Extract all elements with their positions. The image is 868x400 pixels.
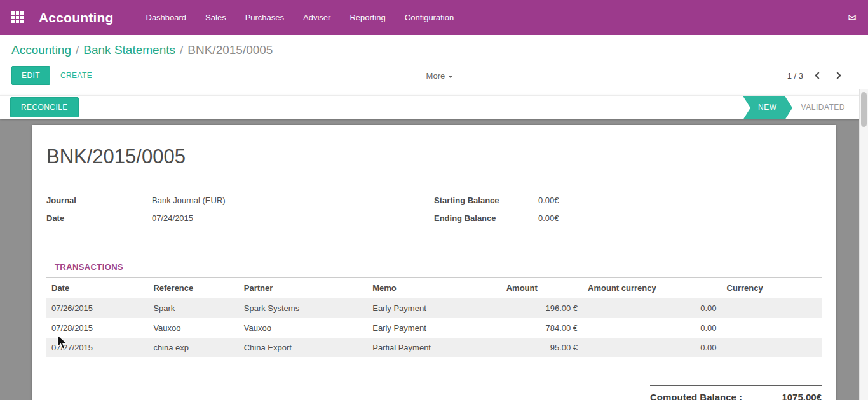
cell-date: 07/26/2015 <box>46 298 148 319</box>
create-button[interactable]: CREATE <box>60 71 92 80</box>
cell-currency <box>722 318 822 338</box>
caret-down-icon <box>448 76 453 78</box>
breadcrumb: Accounting/Bank Statements/BNK/2015/0005 <box>0 35 868 60</box>
col-currency: Currency <box>722 278 822 298</box>
date-value: 07/24/2015 <box>152 213 193 224</box>
status-steps: NEW VALIDATED <box>743 96 851 119</box>
apps-grid-icon[interactable] <box>11 11 24 23</box>
starting-balance-label: Starting Balance <box>434 195 538 206</box>
breadcrumb-separator: / <box>175 43 187 57</box>
col-reference: Reference <box>148 278 238 298</box>
cell-amount: 196.00 € <box>501 298 583 319</box>
more-dropdown[interactable]: More <box>426 71 454 81</box>
messages-envelope-icon[interactable]: ✉ <box>848 13 857 23</box>
journal-label: Journal <box>46 195 152 206</box>
field-ending-balance: Ending Balance 0.00€ <box>434 213 822 224</box>
field-starting-balance: Starting Balance 0.00€ <box>434 195 822 206</box>
pager-count[interactable]: 1 / 3 <box>787 71 803 81</box>
computed-balance-value: 1075.00€ <box>782 392 822 400</box>
journal-value: Bank Journal (EUR) <box>152 195 226 206</box>
statement-line-row[interactable]: 07/28/2015 Vauxoo Vauxoo Early Payment 7… <box>46 318 822 338</box>
more-dropdown-wrap: More <box>92 70 787 81</box>
edit-button[interactable]: EDIT <box>11 66 50 85</box>
field-date: Date 07/24/2015 <box>46 213 434 224</box>
computed-balance: Computed Balance : 1075.00€ <box>650 385 822 400</box>
pager-next-icon[interactable] <box>834 72 841 79</box>
statusbar: RECONCILE NEW VALIDATED <box>0 95 868 119</box>
status-step-new[interactable]: NEW <box>743 96 785 119</box>
cell-amount: 784.00 € <box>501 318 583 338</box>
menu-configuration[interactable]: Configuration <box>395 13 463 22</box>
menu-adviser[interactable]: Adviser <box>294 13 340 22</box>
cell-amount-currency: 0.00 <box>583 318 722 338</box>
breadcrumb-separator: / <box>71 43 83 57</box>
field-group-right: Starting Balance 0.00€ Ending Balance 0.… <box>434 195 822 230</box>
cell-memo: Early Payment <box>367 298 501 319</box>
transactions-section-header: TRANSACTIONS <box>46 261 822 278</box>
breadcrumb-current-record: BNK/2015/0005 <box>187 43 273 57</box>
statement-line-row[interactable]: 07/27/2015 china exp China Export Partia… <box>46 338 822 357</box>
app-title[interactable]: Accounting <box>39 10 114 25</box>
cell-date: 07/27/2015 <box>46 338 148 357</box>
cell-partner: China Export <box>239 338 367 357</box>
col-partner: Partner <box>239 278 367 298</box>
status-step-validated[interactable]: VALIDATED <box>785 96 851 119</box>
field-journal: Journal Bank Journal (EUR) <box>46 195 434 206</box>
form-sheet: BNK/2015/0005 Journal Bank Journal (EUR)… <box>32 125 836 400</box>
cell-partner: Spark Systems <box>239 298 367 319</box>
form-toolbar: EDIT CREATE More 1 / 3 <box>0 60 868 95</box>
cell-currency <box>722 298 822 319</box>
cell-partner: Vauxoo <box>239 318 367 338</box>
ending-balance-label: Ending Balance <box>434 213 538 224</box>
breadcrumb-bank-statements[interactable]: Bank Statements <box>83 43 175 57</box>
cell-date: 07/28/2015 <box>46 318 148 338</box>
cell-reference: Vauxoo <box>148 318 238 338</box>
form-view-backdrop: BNK/2015/0005 Journal Bank Journal (EUR)… <box>0 119 868 400</box>
more-label: More <box>426 71 445 81</box>
top-navbar: Accounting Dashboard Sales Purchases Adv… <box>0 0 868 35</box>
computed-balance-label: Computed Balance : <box>650 392 742 400</box>
table-header-row: Date Reference Partner Memo Amount Amoun… <box>46 278 822 298</box>
main-menu: Dashboard Sales Purchases Adviser Report… <box>137 13 464 22</box>
vertical-scrollbar[interactable] <box>859 89 868 400</box>
menu-reporting[interactable]: Reporting <box>340 13 395 22</box>
cell-memo: Partial Payment <box>367 338 501 357</box>
col-memo: Memo <box>367 278 501 298</box>
col-amount: Amount <box>501 278 583 298</box>
menu-sales[interactable]: Sales <box>196 13 236 22</box>
cell-reference: china exp <box>148 338 238 357</box>
cell-amount: 95.00 € <box>501 338 583 357</box>
col-date: Date <box>46 278 148 298</box>
statement-title: BNK/2015/0005 <box>46 125 822 168</box>
col-amount-currency: Amount currency <box>583 278 722 298</box>
cell-reference: Spark <box>148 298 238 319</box>
breadcrumb-accounting[interactable]: Accounting <box>11 43 71 57</box>
cell-currency <box>722 338 822 357</box>
scrollbar-thumb[interactable] <box>861 92 867 127</box>
menu-purchases[interactable]: Purchases <box>236 13 294 22</box>
pager-previous-icon[interactable] <box>815 72 822 79</box>
transactions-section-title: TRANSACTIONS <box>55 262 123 272</box>
cell-amount-currency: 0.00 <box>583 338 722 357</box>
cell-amount-currency: 0.00 <box>583 298 722 319</box>
field-groups: Journal Bank Journal (EUR) Date 07/24/20… <box>46 195 822 230</box>
field-group-left: Journal Bank Journal (EUR) Date 07/24/20… <box>46 195 434 230</box>
computed-balance-wrap: Computed Balance : 1075.00€ <box>46 385 822 400</box>
ending-balance-value: 0.00€ <box>538 213 559 224</box>
starting-balance-value: 0.00€ <box>538 195 559 206</box>
cell-memo: Early Payment <box>367 318 501 338</box>
menu-dashboard[interactable]: Dashboard <box>137 13 196 22</box>
statement-line-row[interactable]: 07/26/2015 Spark Spark Systems Early Pay… <box>46 298 822 319</box>
record-pager: 1 / 3 <box>787 71 840 81</box>
statement-lines-table: Date Reference Partner Memo Amount Amoun… <box>46 278 822 357</box>
date-label: Date <box>46 213 152 224</box>
reconcile-button[interactable]: RECONCILE <box>10 97 79 117</box>
